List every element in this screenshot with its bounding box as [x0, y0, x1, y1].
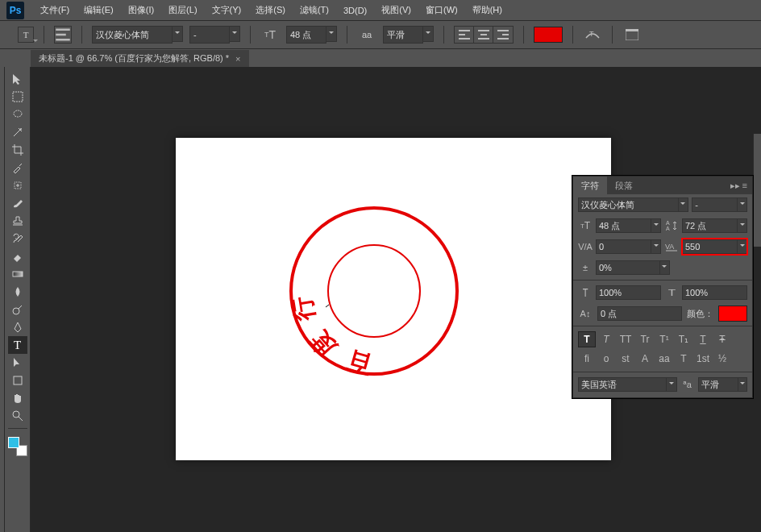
pen-tool[interactable]	[8, 318, 27, 336]
lasso-tool[interactable]	[8, 106, 27, 123]
stamp-tool[interactable]	[8, 212, 27, 230]
allcaps-button[interactable]: TT	[617, 331, 634, 347]
scale-icon: ±	[578, 263, 593, 272]
healing-tool[interactable]	[8, 177, 27, 194]
panel-antialias[interactable]	[698, 376, 747, 393]
underline-button[interactable]: T	[694, 331, 712, 347]
align-left-button[interactable]	[455, 27, 474, 43]
tab-character[interactable]: 字符	[573, 177, 607, 195]
panel-horz-scale[interactable]	[682, 285, 747, 301]
menu-3d[interactable]: 3D(D)	[337, 3, 373, 18]
align-center-button[interactable]	[474, 27, 493, 43]
foreground-color[interactable]	[8, 437, 19, 448]
shape-tool[interactable]	[8, 372, 27, 389]
superscript-button[interactable]: T¹	[655, 331, 673, 347]
panel-kerning[interactable]	[596, 239, 661, 255]
right-panel-strip[interactable]	[753, 134, 761, 247]
brush-tool[interactable]	[8, 194, 27, 212]
tab-paragraph[interactable]: 段落	[607, 177, 641, 195]
path-selection-tool[interactable]	[8, 354, 27, 372]
menu-filter[interactable]: 滤镜(T)	[293, 2, 335, 19]
italic-button[interactable]: T	[597, 331, 615, 347]
menu-type[interactable]: 文字(Y)	[206, 2, 248, 19]
crop-tool[interactable]	[8, 141, 27, 159]
toolbox-divider	[8, 428, 27, 429]
hand-tool[interactable]	[8, 389, 27, 407]
fractions-button[interactable]: ½	[713, 351, 731, 367]
bold-button[interactable]: T	[578, 331, 596, 347]
close-tab-button[interactable]: ×	[235, 54, 240, 64]
ordinal-button[interactable]: aa	[655, 351, 673, 367]
panel-divider	[573, 280, 752, 281]
font-size-icon: TT	[260, 26, 280, 44]
menu-layer[interactable]: 图层(L)	[162, 2, 203, 19]
separator	[572, 26, 573, 44]
antialias-value: 平滑	[383, 26, 423, 44]
font-size-combo[interactable]: 48 点	[286, 26, 337, 44]
gradient-tool[interactable]	[8, 265, 27, 283]
panel-tracking[interactable]	[682, 239, 747, 255]
color-label: 颜色：	[687, 308, 713, 320]
eraser-tool[interactable]	[8, 247, 27, 265]
menu-file[interactable]: 文件(F)	[34, 2, 76, 19]
document-tab[interactable]: 未标题-1 @ 66.7% (百度行家为您解答, RGB/8) * ×	[31, 50, 249, 67]
history-brush-tool[interactable]	[8, 230, 27, 247]
toggle-panels-button[interactable]	[622, 26, 642, 44]
type-style-row-2: fi o st A aa T 1st ½	[573, 351, 752, 370]
panel-scale[interactable]	[596, 260, 670, 276]
panel-vert-scale[interactable]	[596, 285, 661, 301]
zoom-tool[interactable]	[8, 407, 27, 425]
align-right-button[interactable]	[493, 27, 513, 43]
chevron-down-icon[interactable]	[172, 26, 183, 42]
panel-collapse-icon[interactable]: ▸▸ ≡	[726, 181, 752, 191]
panel-color-swatch[interactable]	[718, 305, 747, 322]
panel-leading[interactable]	[682, 218, 747, 234]
separator	[612, 26, 613, 44]
marquee-tool[interactable]	[8, 88, 27, 106]
artboard[interactable]: 百度行家为您解答	[176, 138, 611, 460]
menu-image[interactable]: 图像(I)	[122, 2, 160, 19]
menu-window[interactable]: 窗口(W)	[419, 2, 464, 19]
smallcaps-button[interactable]: Tr	[636, 331, 654, 347]
menu-select[interactable]: 选择(S)	[249, 2, 292, 19]
text-color-swatch[interactable]	[534, 27, 563, 43]
svg-rect-9	[497, 30, 509, 31]
move-tool[interactable]	[8, 70, 27, 88]
svg-rect-4	[459, 34, 465, 35]
panel-font-style[interactable]	[692, 197, 747, 213]
panel-font-family[interactable]	[578, 197, 688, 213]
titling-button[interactable]: A	[636, 351, 654, 367]
magic-wand-tool[interactable]	[8, 123, 27, 141]
swash-button[interactable]: T	[675, 351, 692, 367]
menu-view[interactable]: 视图(V)	[375, 2, 418, 19]
warp-text-button[interactable]: T	[583, 26, 602, 44]
color-swatches[interactable]	[8, 437, 27, 456]
ordinals-button[interactable]: 1st	[694, 351, 712, 367]
stylistic-button[interactable]: st	[617, 351, 634, 367]
chevron-down-icon[interactable]	[229, 26, 240, 42]
eyedropper-tool[interactable]	[8, 159, 27, 177]
font-size-value: 48 点	[286, 26, 326, 44]
type-tool[interactable]: T	[8, 336, 27, 354]
panel-baseline[interactable]	[597, 305, 682, 322]
font-family-combo[interactable]: 汉仪菱心体简	[92, 26, 183, 44]
panel-language[interactable]	[578, 376, 677, 393]
current-tool-indicator[interactable]: T	[18, 27, 34, 43]
panel-font-size[interactable]	[596, 218, 661, 234]
blur-tool[interactable]	[8, 283, 27, 301]
dodge-tool[interactable]	[8, 301, 27, 318]
text-orientation-toggle[interactable]	[54, 26, 72, 44]
character-panel: 字符 段落 ▸▸ ≡ TT AA V/A VA ± T T A↕ 颜色：	[572, 176, 753, 398]
svg-rect-10	[502, 34, 509, 35]
menu-help[interactable]: 帮助(H)	[466, 2, 509, 19]
menu-edit[interactable]: 编辑(E)	[77, 2, 120, 19]
chevron-down-icon[interactable]	[422, 26, 434, 42]
strikethrough-button[interactable]: Ŧ	[713, 331, 731, 347]
subscript-button[interactable]: T₁	[675, 331, 692, 347]
antialias-combo[interactable]: 平滑	[383, 26, 434, 44]
ligature-button[interactable]: fi	[578, 351, 596, 367]
oldstyle-button[interactable]: o	[597, 351, 615, 367]
chevron-down-icon[interactable]	[326, 26, 337, 42]
font-style-combo[interactable]: -	[189, 26, 240, 44]
baseline-icon: A↕	[578, 309, 593, 318]
